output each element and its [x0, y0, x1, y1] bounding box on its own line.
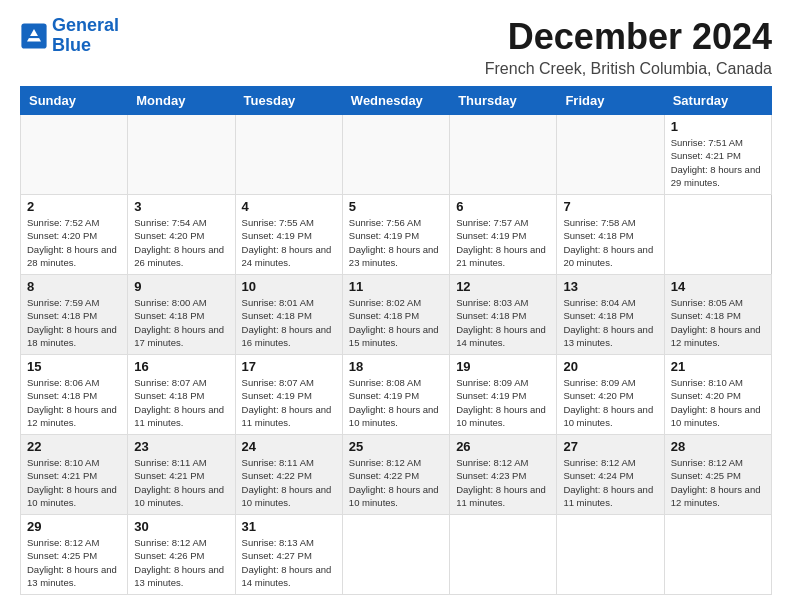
calendar-cell: 3 Sunrise: 7:54 AMSunset: 4:20 PMDayligh… [128, 195, 235, 275]
calendar-cell [450, 515, 557, 595]
day-number: 16 [134, 359, 228, 374]
day-info: Sunrise: 7:52 AMSunset: 4:20 PMDaylight:… [27, 216, 121, 269]
day-header-tuesday: Tuesday [235, 87, 342, 115]
day-info: Sunrise: 7:51 AMSunset: 4:21 PMDaylight:… [671, 136, 765, 189]
calendar-cell: 7 Sunrise: 7:58 AMSunset: 4:18 PMDayligh… [557, 195, 664, 275]
day-number: 1 [671, 119, 765, 134]
day-number: 6 [456, 199, 550, 214]
day-number: 19 [456, 359, 550, 374]
day-number: 10 [242, 279, 336, 294]
day-number: 20 [563, 359, 657, 374]
calendar-cell: 17 Sunrise: 8:07 AMSunset: 4:19 PMDaylig… [235, 355, 342, 435]
day-info: Sunrise: 7:58 AMSunset: 4:18 PMDaylight:… [563, 216, 657, 269]
day-number: 22 [27, 439, 121, 454]
day-number: 28 [671, 439, 765, 454]
day-info: Sunrise: 8:03 AMSunset: 4:18 PMDaylight:… [456, 296, 550, 349]
day-number: 15 [27, 359, 121, 374]
day-number: 7 [563, 199, 657, 214]
day-info: Sunrise: 8:12 AMSunset: 4:22 PMDaylight:… [349, 456, 443, 509]
day-number: 2 [27, 199, 121, 214]
day-number: 27 [563, 439, 657, 454]
day-number: 30 [134, 519, 228, 534]
calendar-cell: 16 Sunrise: 8:07 AMSunset: 4:18 PMDaylig… [128, 355, 235, 435]
day-info: Sunrise: 8:07 AMSunset: 4:18 PMDaylight:… [134, 376, 228, 429]
calendar-cell: 11 Sunrise: 8:02 AMSunset: 4:18 PMDaylig… [342, 275, 449, 355]
day-number: 21 [671, 359, 765, 374]
week-row-2: 2 Sunrise: 7:52 AMSunset: 4:20 PMDayligh… [21, 195, 772, 275]
calendar-cell: 27 Sunrise: 8:12 AMSunset: 4:24 PMDaylig… [557, 435, 664, 515]
calendar-cell: 26 Sunrise: 8:12 AMSunset: 4:23 PMDaylig… [450, 435, 557, 515]
day-number: 4 [242, 199, 336, 214]
calendar-cell: 28 Sunrise: 8:12 AMSunset: 4:25 PMDaylig… [664, 435, 771, 515]
day-info: Sunrise: 7:57 AMSunset: 4:19 PMDaylight:… [456, 216, 550, 269]
calendar-cell: 1 Sunrise: 7:51 AMSunset: 4:21 PMDayligh… [664, 115, 771, 195]
calendar-cell: 19 Sunrise: 8:09 AMSunset: 4:19 PMDaylig… [450, 355, 557, 435]
svg-rect-2 [28, 36, 39, 38]
week-row-5: 22 Sunrise: 8:10 AMSunset: 4:21 PMDaylig… [21, 435, 772, 515]
day-number: 17 [242, 359, 336, 374]
calendar-cell: 25 Sunrise: 8:12 AMSunset: 4:22 PMDaylig… [342, 435, 449, 515]
day-info: Sunrise: 8:10 AMSunset: 4:21 PMDaylight:… [27, 456, 121, 509]
calendar-cell: 20 Sunrise: 8:09 AMSunset: 4:20 PMDaylig… [557, 355, 664, 435]
day-number: 9 [134, 279, 228, 294]
title-area: December 2024 French Creek, British Colu… [485, 16, 772, 78]
calendar-cell: 6 Sunrise: 7:57 AMSunset: 4:19 PMDayligh… [450, 195, 557, 275]
calendar-cell: 31 Sunrise: 8:13 AMSunset: 4:27 PMDaylig… [235, 515, 342, 595]
logo-text: General Blue [52, 16, 119, 56]
calendar-table: SundayMondayTuesdayWednesdayThursdayFrid… [20, 86, 772, 595]
day-number: 12 [456, 279, 550, 294]
calendar-cell: 15 Sunrise: 8:06 AMSunset: 4:18 PMDaylig… [21, 355, 128, 435]
day-info: Sunrise: 8:06 AMSunset: 4:18 PMDaylight:… [27, 376, 121, 429]
logo-icon [20, 22, 48, 50]
day-info: Sunrise: 8:07 AMSunset: 4:19 PMDaylight:… [242, 376, 336, 429]
calendar-cell [21, 115, 128, 195]
day-header-saturday: Saturday [664, 87, 771, 115]
calendar-cell [342, 515, 449, 595]
day-number: 31 [242, 519, 336, 534]
day-header-monday: Monday [128, 87, 235, 115]
day-number: 24 [242, 439, 336, 454]
day-header-sunday: Sunday [21, 87, 128, 115]
calendar-cell: 18 Sunrise: 8:08 AMSunset: 4:19 PMDaylig… [342, 355, 449, 435]
day-number: 13 [563, 279, 657, 294]
day-info: Sunrise: 8:12 AMSunset: 4:26 PMDaylight:… [134, 536, 228, 589]
month-title: December 2024 [485, 16, 772, 58]
day-info: Sunrise: 8:09 AMSunset: 4:20 PMDaylight:… [563, 376, 657, 429]
week-row-1: 1 Sunrise: 7:51 AMSunset: 4:21 PMDayligh… [21, 115, 772, 195]
calendar-cell [235, 115, 342, 195]
calendar-cell [557, 115, 664, 195]
header: General Blue December 2024 French Creek,… [20, 16, 772, 78]
day-header-friday: Friday [557, 87, 664, 115]
day-header-wednesday: Wednesday [342, 87, 449, 115]
logo-line2: Blue [52, 35, 91, 55]
day-header-thursday: Thursday [450, 87, 557, 115]
day-number: 11 [349, 279, 443, 294]
calendar-cell: 24 Sunrise: 8:11 AMSunset: 4:22 PMDaylig… [235, 435, 342, 515]
logo-line1: General [52, 15, 119, 35]
calendar-cell: 2 Sunrise: 7:52 AMSunset: 4:20 PMDayligh… [21, 195, 128, 275]
day-info: Sunrise: 8:02 AMSunset: 4:18 PMDaylight:… [349, 296, 443, 349]
calendar-cell [664, 515, 771, 595]
day-number: 29 [27, 519, 121, 534]
day-info: Sunrise: 8:08 AMSunset: 4:19 PMDaylight:… [349, 376, 443, 429]
day-number: 8 [27, 279, 121, 294]
calendar-cell [342, 115, 449, 195]
day-info: Sunrise: 7:59 AMSunset: 4:18 PMDaylight:… [27, 296, 121, 349]
day-number: 5 [349, 199, 443, 214]
day-info: Sunrise: 8:00 AMSunset: 4:18 PMDaylight:… [134, 296, 228, 349]
day-info: Sunrise: 8:11 AMSunset: 4:22 PMDaylight:… [242, 456, 336, 509]
week-row-3: 8 Sunrise: 7:59 AMSunset: 4:18 PMDayligh… [21, 275, 772, 355]
day-info: Sunrise: 8:10 AMSunset: 4:20 PMDaylight:… [671, 376, 765, 429]
week-row-6: 29 Sunrise: 8:12 AMSunset: 4:25 PMDaylig… [21, 515, 772, 595]
calendar-cell: 29 Sunrise: 8:12 AMSunset: 4:25 PMDaylig… [21, 515, 128, 595]
calendar-cell: 5 Sunrise: 7:56 AMSunset: 4:19 PMDayligh… [342, 195, 449, 275]
day-info: Sunrise: 8:12 AMSunset: 4:23 PMDaylight:… [456, 456, 550, 509]
day-number: 25 [349, 439, 443, 454]
day-info: Sunrise: 7:55 AMSunset: 4:19 PMDaylight:… [242, 216, 336, 269]
calendar-cell: 21 Sunrise: 8:10 AMSunset: 4:20 PMDaylig… [664, 355, 771, 435]
day-info: Sunrise: 8:05 AMSunset: 4:18 PMDaylight:… [671, 296, 765, 349]
week-row-4: 15 Sunrise: 8:06 AMSunset: 4:18 PMDaylig… [21, 355, 772, 435]
calendar-cell: 8 Sunrise: 7:59 AMSunset: 4:18 PMDayligh… [21, 275, 128, 355]
location-title: French Creek, British Columbia, Canada [485, 60, 772, 78]
day-info: Sunrise: 8:11 AMSunset: 4:21 PMDaylight:… [134, 456, 228, 509]
